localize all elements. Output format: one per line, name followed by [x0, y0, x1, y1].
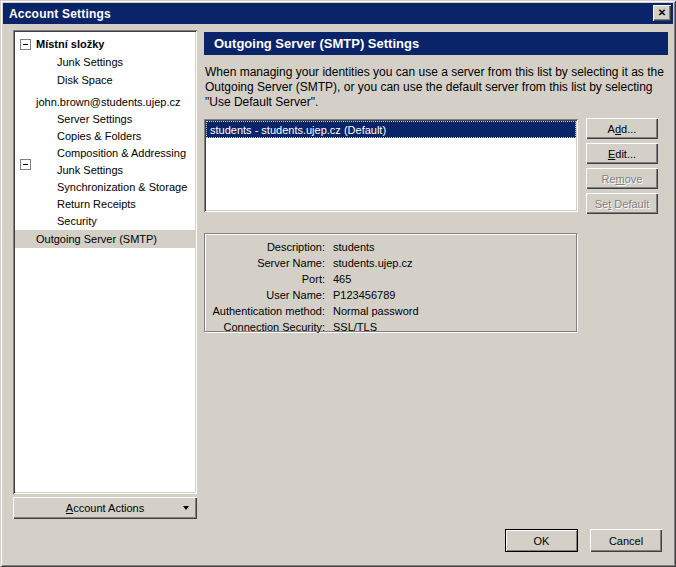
tree-item-security[interactable]: Security: [15, 212, 195, 230]
server-list-item-label: students - students.ujep.cz (Default): [210, 124, 386, 136]
detail-label: User Name:: [205, 289, 333, 301]
close-button[interactable]: ✕: [653, 5, 671, 21]
description-text: When managing your identities you can us…: [205, 65, 671, 110]
tree-item-label: Junk Settings: [57, 164, 123, 176]
tree-item-label: Server Settings: [57, 113, 132, 125]
window-title: Account Settings: [9, 7, 111, 21]
page-header: Outgoing Server (SMTP) Settings: [204, 32, 668, 55]
server-details-panel: Description: students Server Name: stude…: [204, 233, 577, 332]
detail-value: Normal password: [333, 305, 576, 317]
detail-row-user-name: User Name: P123456789: [205, 287, 576, 303]
tree-item-label: Junk Settings: [57, 56, 123, 68]
close-icon: ✕: [658, 8, 666, 18]
tree-item-label: Disk Space: [57, 74, 113, 86]
tree-item-junk-settings-local[interactable]: Junk Settings: [15, 53, 195, 71]
detail-value: students: [333, 241, 576, 253]
detail-value: 465: [333, 273, 576, 285]
remove-button: Remove: [586, 168, 658, 189]
titlebar[interactable]: Account Settings: [3, 3, 673, 24]
detail-label: Server Name:: [205, 257, 333, 269]
set-default-button: Set Default: [586, 193, 658, 214]
tree-item-label: Return Receipts: [57, 198, 136, 210]
detail-row-description: Description: students: [205, 239, 576, 255]
add-button[interactable]: Add...: [586, 118, 658, 139]
collapse-toggle-icon[interactable]: [20, 39, 31, 50]
tree-item-composition-addressing[interactable]: Composition & Addressing: [15, 144, 195, 162]
tree-item-label: Composition & Addressing: [57, 147, 186, 159]
detail-row-server-name: Server Name: students.ujep.cz: [205, 255, 576, 271]
tree-item-label: Security: [57, 215, 97, 227]
tree-item-label: john.brown@students.ujep.cz: [36, 96, 180, 108]
edit-button[interactable]: Edit...: [586, 143, 658, 164]
detail-label: Authentication method:: [205, 305, 333, 317]
settings-tree[interactable]: Místní složky Junk Settings Disk Space j…: [13, 30, 197, 494]
tree-item-label: Místní složky: [36, 38, 104, 50]
tree-item-junk-settings-account[interactable]: Junk Settings: [15, 161, 195, 179]
tree-item-label: Copies & Folders: [57, 130, 141, 142]
tree-item-disk-space[interactable]: Disk Space: [15, 71, 195, 89]
tree-item-label: Synchronization & Storage: [57, 181, 187, 193]
tree-item-outgoing-server[interactable]: Outgoing Server (SMTP): [15, 230, 195, 248]
smtp-server-list[interactable]: students - students.ujep.cz (Default): [204, 119, 578, 212]
tree-item-server-settings[interactable]: Server Settings: [15, 110, 195, 128]
server-list-item[interactable]: students - students.ujep.cz (Default): [206, 121, 576, 138]
tree-item-copies-folders[interactable]: Copies & Folders: [15, 127, 195, 145]
detail-row-connection-security: Connection Security: SSL/TLS: [205, 319, 576, 335]
dropdown-arrow-icon: [183, 506, 189, 510]
page-title: Outgoing Server (SMTP) Settings: [214, 36, 419, 51]
detail-label: Connection Security:: [205, 321, 333, 333]
tree-item-local-folders[interactable]: Místní složky: [15, 35, 195, 53]
detail-value: SSL/TLS: [333, 321, 576, 333]
detail-label: Description:: [205, 241, 333, 253]
ok-button[interactable]: OK: [505, 529, 578, 552]
account-settings-dialog: Account Settings ✕ Místní složky Junk Se…: [0, 0, 676, 567]
detail-label: Port:: [205, 273, 333, 285]
detail-value: students.ujep.cz: [333, 257, 576, 269]
detail-row-port: Port: 465: [205, 271, 576, 287]
tree-item-return-receipts[interactable]: Return Receipts: [15, 195, 195, 213]
account-actions-button[interactable]: Account Actions: [13, 497, 197, 519]
cancel-button[interactable]: Cancel: [590, 529, 662, 552]
detail-row-authentication-method: Authentication method: Normal password: [205, 303, 576, 319]
tree-item-synchronization-storage[interactable]: Synchronization & Storage: [15, 178, 195, 196]
tree-item-account[interactable]: john.brown@students.ujep.cz: [15, 93, 195, 111]
tree-item-label: Outgoing Server (SMTP): [36, 233, 157, 245]
detail-value: P123456789: [333, 289, 576, 301]
